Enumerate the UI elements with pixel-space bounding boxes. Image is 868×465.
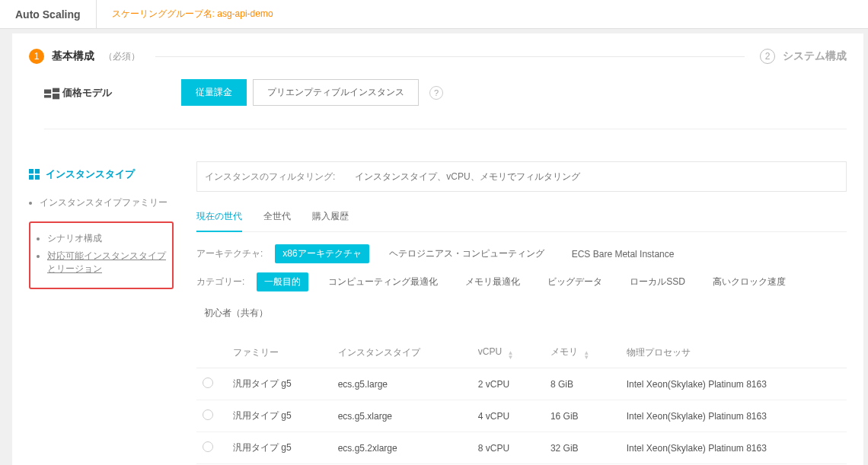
col-vcpu[interactable]: vCPU ▲▼ [472, 338, 544, 368]
col-type: インスタンスタイプ [332, 338, 472, 368]
arch-x86[interactable]: x86アーキテクチャ [275, 244, 369, 263]
scaling-group-name[interactable]: スケーリンググループ名: asg-api-demo [97, 8, 289, 21]
cat-highclock[interactable]: 高いクロック速度 [705, 272, 793, 291]
table-row[interactable]: 汎用タイプ g5 ecs.g5.large 2 vCPU 8 GiB Intel… [196, 368, 847, 400]
sidebar-title-text: インスタンスタイプ [46, 167, 135, 181]
instance-type-icon [29, 169, 40, 180]
category-label: カテゴリー: [196, 275, 244, 288]
cell-vcpu: 4 vCPU [472, 400, 544, 432]
cell-type: ecs.g5.xlarge [332, 400, 472, 432]
sort-icon[interactable]: ▲▼ [507, 351, 513, 360]
col-family: ファミリー [227, 338, 332, 368]
sidebar-item-scenario[interactable]: シナリオ構成 [47, 232, 166, 245]
content-panel: 1 基本構成 （必須） 2 システム構成 価格モデル 従量課金 プリエンプティブ… [12, 33, 863, 465]
main-grid: インスタンスタイプ インスタンスタイプファミリー シナリオ構成 対応可能インスタ… [12, 149, 863, 465]
cell-type: ecs.g5.2xlarge [332, 432, 472, 464]
row-radio[interactable] [203, 377, 213, 388]
svg-rect-4 [29, 169, 34, 174]
filter-box: インスタンスのフィルタリング: [196, 161, 847, 192]
arch-hetero[interactable]: ヘテロジニアス・コンピューティング [381, 244, 552, 263]
filter-input[interactable] [352, 167, 838, 186]
cell-memory: 32 GiB [544, 432, 621, 464]
category-row: カテゴリー: 一般目的 コンピューティング最適化 メモリ最適化 ビッグデータ ロ… [196, 272, 847, 323]
cat-bigdata[interactable]: ビッグデータ [540, 272, 610, 291]
sidebar-title: インスタンスタイプ [29, 161, 174, 187]
svg-rect-7 [35, 175, 40, 180]
svg-rect-0 [44, 89, 51, 94]
billing-preemptible-button[interactable]: プリエンプティブルインスタンス [253, 79, 419, 106]
wizard-steps: 1 基本構成 （必須） 2 システム構成 [12, 33, 863, 72]
generation-tabs: 現在の世代 全世代 購入履歴 [196, 205, 847, 232]
pricing-icon [44, 88, 55, 98]
cell-family: 汎用タイプ g5 [227, 368, 332, 400]
arch-baremetal[interactable]: ECS Bare Metal Instance [564, 246, 682, 263]
billing-payg-button[interactable]: 従量課金 [181, 79, 247, 106]
cell-cpu: Intel Xeon(Skylake) Platinum 8163 [621, 368, 847, 400]
cell-vcpu: 2 vCPU [472, 368, 544, 400]
step-divider [155, 56, 745, 57]
instance-table: ファミリー インスタンスタイプ vCPU ▲▼ メモリ ▲▼ 物理プロセッサ [196, 338, 847, 465]
brand-label: Auto Scaling [0, 0, 97, 28]
cell-memory: 16 GiB [544, 400, 621, 432]
tab-current-gen[interactable]: 現在の世代 [196, 205, 242, 232]
highlighted-sidebar-box: シナリオ構成 対応可能インスタンスタイプとリージョン [29, 221, 174, 289]
step-badge-1: 1 [29, 49, 44, 64]
svg-rect-3 [53, 94, 59, 99]
cell-vcpu: 8 vCPU [472, 432, 544, 464]
help-icon[interactable]: ? [429, 86, 443, 100]
svg-rect-5 [35, 169, 40, 174]
filter-label: インスタンスのフィルタリング: [205, 170, 335, 183]
col-cpu: 物理プロセッサ [621, 338, 847, 368]
svg-rect-6 [29, 175, 34, 180]
row-radio[interactable] [203, 409, 213, 420]
cell-family: 汎用タイプ g5 [227, 432, 332, 464]
cell-cpu: Intel Xeon(Skylake) Platinum 8163 [621, 432, 847, 464]
cat-localssd[interactable]: ローカルSSD [622, 272, 693, 291]
architecture-row: アーキテクチャ: x86アーキテクチャ ヘテロジニアス・コンピューティング EC… [196, 244, 847, 263]
step-badge-2: 2 [760, 49, 775, 64]
cell-cpu: Intel Xeon(Skylake) Platinum 8163 [621, 400, 847, 432]
col-memory[interactable]: メモリ ▲▼ [544, 338, 621, 368]
row-radio[interactable] [203, 441, 213, 452]
step-sub-1: （必須） [104, 50, 140, 63]
cell-memory: 8 GiB [544, 368, 621, 400]
cell-family: 汎用タイプ g5 [227, 400, 332, 432]
step-system-config[interactable]: 2 システム構成 [760, 49, 847, 64]
step-basic-config[interactable]: 1 基本構成 （必須） [29, 49, 140, 64]
pricing-label: 価格モデル [62, 86, 112, 100]
table-row[interactable]: 汎用タイプ g5 ecs.g5.xlarge 4 vCPU 16 GiB Int… [196, 400, 847, 432]
right-panel: インスタンスのフィルタリング: 現在の世代 全世代 購入履歴 アーキテクチャ: … [196, 161, 847, 465]
cat-memory[interactable]: メモリ最適化 [458, 272, 528, 291]
svg-rect-2 [53, 88, 59, 92]
sort-icon[interactable]: ▲▼ [583, 351, 589, 360]
sidebar-item-family[interactable]: インスタンスタイプファミリー [40, 196, 174, 209]
cat-entry[interactable]: 初心者（共有） [196, 304, 276, 323]
arch-label: アーキテクチャ: [196, 247, 263, 260]
step-title-2: システム構成 [783, 49, 847, 63]
step-title-1: 基本構成 [52, 49, 94, 63]
svg-rect-1 [44, 94, 51, 97]
pricing-row: 価格モデル 従量課金 プリエンプティブルインスタンス ? [12, 72, 863, 129]
cat-general[interactable]: 一般目的 [257, 272, 308, 291]
table-row[interactable]: 汎用タイプ g5 ecs.g5.2xlarge 8 vCPU 32 GiB In… [196, 432, 847, 464]
cell-type: ecs.g5.large [332, 368, 472, 400]
tab-all-gen[interactable]: 全世代 [263, 205, 291, 231]
tab-purchase-history[interactable]: 購入履歴 [312, 205, 349, 231]
topbar: Auto Scaling スケーリンググループ名: asg-api-demo [0, 0, 868, 29]
sidebar-item-regions[interactable]: 対応可能インスタンスタイプとリージョン [47, 250, 166, 275]
sidebar: インスタンスタイプ インスタンスタイプファミリー シナリオ構成 対応可能インスタ… [29, 161, 174, 465]
cat-compute[interactable]: コンピューティング最適化 [321, 272, 445, 291]
